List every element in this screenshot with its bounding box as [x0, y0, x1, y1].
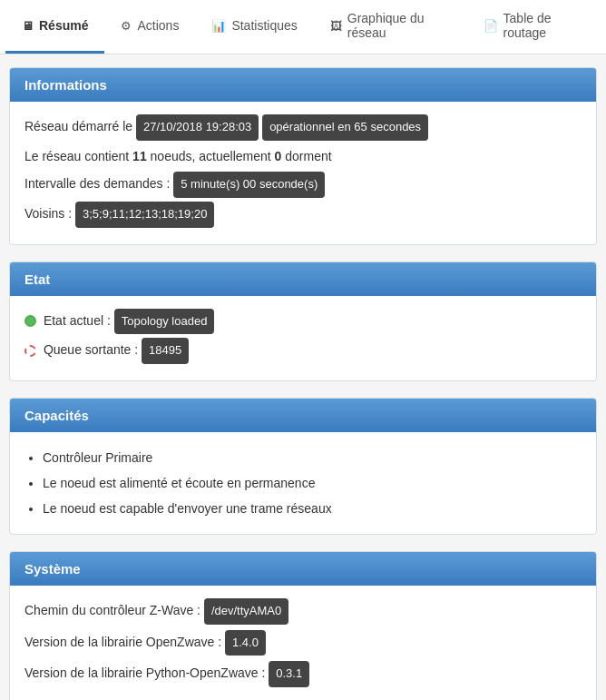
start-label: Réseau démarré le: [24, 119, 132, 133]
interval-label: Intervalle des demandes :: [24, 176, 170, 191]
tab-actions-label: Actions: [137, 18, 179, 33]
operational-badge: opérationnel en 65 secondes: [262, 114, 428, 141]
loading-status-icon: [24, 345, 36, 357]
etat-header: Etat: [10, 262, 596, 296]
nodes-prefix: Le réseau contient: [24, 149, 129, 163]
lib-python-label: Version de la librairie Python-OpenZwave…: [24, 665, 265, 680]
tab-graphique-label: Graphique du réseau: [347, 11, 451, 40]
queue-label: Queue sortante :: [44, 342, 138, 357]
green-status-icon: [24, 315, 36, 327]
stats-icon: 📊: [211, 19, 226, 33]
start-row: Réseau démarré le 27/10/2018 19:28:03 op…: [24, 114, 582, 141]
nodes-count: 11: [132, 149, 147, 163]
systeme-header: Système: [10, 552, 596, 586]
informations-title: Informations: [24, 77, 107, 93]
tab-actions[interactable]: ⚙ Actions: [104, 0, 195, 54]
capacites-header: Capacités: [10, 399, 596, 432]
main-content: Informations Réseau démarré le 27/10/201…: [0, 54, 606, 700]
lib-openzwave-value-badge: 1.4.0: [225, 630, 266, 656]
controller-value-badge: /dev/ttyAMA0: [204, 598, 288, 625]
lib-python-value-badge: 0.3.1: [269, 661, 309, 687]
current-state-row: Etat actuel : Topology loaded: [24, 309, 582, 335]
tab-bar: 🖥 Résumé ⚙ Actions 📊 Statistiques 🖼 Grap…: [0, 0, 606, 54]
systeme-card: Système Chemin du contrôleur Z-Wave : /d…: [9, 551, 597, 700]
list-item: Le noeud est alimenté et écoute en perma…: [43, 470, 582, 496]
neighbors-row: Voisins : 3;5;9;11;12;13;18;19;20: [24, 202, 582, 228]
lib-python-row: Version de la librairie Python-OpenZwave…: [24, 661, 582, 687]
lib-openzwave-label: Version de la librairie OpenZwave :: [24, 635, 221, 649]
queue-value-badge: 18495: [142, 338, 189, 364]
tab-resume-label: Résumé: [39, 18, 88, 33]
lib-openzwave-row: Version de la librairie OpenZwave : 1.4.…: [24, 630, 582, 656]
list-item: Le noeud est capable d'envoyer une trame…: [43, 496, 582, 521]
nodes-middle: noeuds, actuellement: [151, 149, 271, 163]
etat-title: Etat: [24, 271, 50, 287]
neighbors-value-badge: 3;5;9;11;12;13;18;19;20: [75, 202, 214, 228]
neighbors-label: Voisins :: [24, 206, 72, 221]
nodes-suffix: dorment: [285, 149, 331, 163]
list-item: Contrôleur Primaire: [43, 445, 582, 470]
systeme-title: Système: [24, 561, 81, 577]
current-value-badge: Topology loaded: [114, 309, 215, 335]
tab-routage-label: Table de routage: [503, 11, 584, 40]
capacites-card: Capacités Contrôleur Primaire Le noeud e…: [9, 398, 597, 535]
controller-row: Chemin du contrôleur Z-Wave : /dev/ttyAM…: [24, 598, 582, 625]
interval-row: Intervalle des demandes : 5 minute(s) 00…: [24, 172, 582, 198]
systeme-body: Chemin du contrôleur Z-Wave : /dev/ttyAM…: [10, 586, 596, 700]
capacites-body: Contrôleur Primaire Le noeud est aliment…: [10, 432, 596, 534]
tab-resume[interactable]: 🖥 Résumé: [5, 0, 104, 54]
capacites-title: Capacités: [24, 408, 89, 423]
tab-statistiques[interactable]: 📊 Statistiques: [195, 0, 313, 54]
controller-label: Chemin du contrôleur Z-Wave :: [24, 603, 200, 617]
tab-statistiques-label: Statistiques: [231, 18, 297, 33]
informations-card: Informations Réseau démarré le 27/10/201…: [9, 67, 597, 245]
informations-header: Informations: [10, 68, 596, 102]
resume-icon: 🖥: [22, 19, 34, 33]
current-label: Etat actuel :: [44, 313, 111, 328]
nodes-row: Le réseau contient 11 noeuds, actuelleme…: [24, 144, 582, 169]
actions-icon: ⚙: [121, 19, 132, 33]
start-date-badge: 27/10/2018 19:28:03: [136, 114, 259, 141]
graph-icon: 🖼: [330, 19, 342, 33]
etat-body: Etat actuel : Topology loaded Queue sort…: [10, 296, 596, 380]
tab-routage[interactable]: 📄 Table de routage: [467, 0, 601, 54]
informations-body: Réseau démarré le 27/10/2018 19:28:03 op…: [10, 102, 596, 244]
capacites-list: Contrôleur Primaire Le noeud est aliment…: [24, 445, 582, 521]
queue-row: Queue sortante : 18495: [24, 338, 582, 364]
interval-value-badge: 5 minute(s) 00 seconde(s): [173, 172, 325, 198]
tab-graphique[interactable]: 🖼 Graphique du réseau: [314, 0, 467, 54]
nodes-sleeping: 0: [275, 149, 282, 163]
etat-card: Etat Etat actuel : Topology loaded Queue…: [9, 261, 597, 381]
table-icon: 📄: [484, 19, 498, 33]
